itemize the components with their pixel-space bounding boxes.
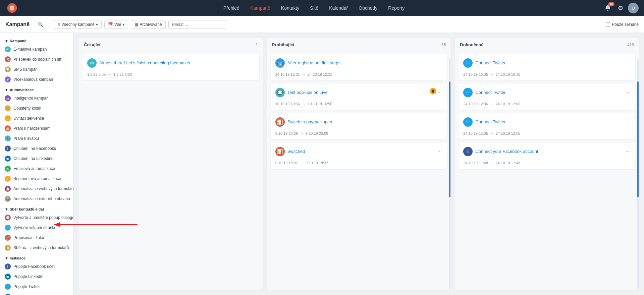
sidebar-item[interactable]: 🎉 Přání k svátku: [0, 133, 73, 143]
sidebar-item-icon: 👋: [5, 115, 11, 121]
sidebar-item[interactable]: 🤖 Inteligentní kampaň: [0, 93, 73, 103]
date-end: 24.10.19 16:35: [496, 72, 520, 76]
sidebar-item[interactable]: 🔗 Přepisování linků: [0, 233, 73, 243]
card-menu-button[interactable]: ···: [437, 119, 442, 125]
sidebar-item[interactable]: W Připojte Wordpress: [0, 292, 73, 295]
sidebar-item[interactable]: ⚡ Segmentová automatizace: [0, 174, 73, 184]
card-dates: 10.10.19 10:56 → 10.10.19 10:56: [275, 101, 443, 106]
sidebar-item[interactable]: 📋 Automatizace webových formulářů: [0, 184, 73, 194]
sidebar-item[interactable]: ⚡ Vícekanálová kampaň: [0, 74, 73, 84]
nav-kalendar[interactable]: Kalendář: [329, 5, 348, 11]
card-icon: 🐦: [463, 88, 473, 97]
sidebar-item[interactable]: ✉ E-mailová kampaň: [0, 44, 73, 54]
card-header: 🤖 After registration: first steps ···: [275, 58, 443, 68]
sidebar: ▼ Kampaně ✉ E-mailová kampaň 📢 Příspěvek…: [0, 33, 74, 295]
notification-badge: 10: [608, 2, 614, 6]
kanban-card[interactable]: 🐦 Connect Twitter ··· 24.10.19 12:05 → 2…: [459, 113, 635, 139]
sidebar-item[interactable]: in Připojte LinkedIn: [0, 272, 73, 282]
sidebar-item[interactable]: 💬 SMS kampaň: [0, 64, 73, 74]
card-icon: f: [463, 147, 473, 156]
card-menu-button[interactable]: ···: [437, 90, 442, 96]
col-count: 55: [441, 43, 446, 47]
sidebar-item[interactable]: in Chlubení na Linkedinu: [0, 154, 73, 164]
date-end: 1.3.22 0:00: [113, 72, 132, 76]
subheader: Kampaně 🔍 ≡ Všechny kampaně ▾ 📅 Vše ▾ ▦ …: [0, 16, 644, 33]
sidebar-item-icon: 💬: [5, 215, 11, 221]
sidebar-item-icon: 📋: [5, 186, 11, 192]
sidebar-item-icon: 🛒: [5, 105, 11, 111]
date-start: 9.10.19 18:37: [275, 161, 298, 165]
date-arrow-icon: →: [490, 72, 494, 76]
sidebar-item-label: Opuštěný košík: [13, 106, 41, 111]
kanban-card[interactable]: 🤖 After registration: first steps ··· 24…: [271, 54, 447, 80]
kanban-card[interactable]: ✉ Almost there! Let's finish connecting …: [83, 54, 259, 80]
sidebar-item-label: Vytvořte vstupní stránku: [13, 225, 56, 230]
nav-kontakty[interactable]: Kontakty: [281, 5, 299, 11]
kanban-col-header: Čekající 1: [79, 38, 263, 51]
failed-only-checkbox-label[interactable]: Pouze selhané: [606, 22, 639, 27]
logo[interactable]: [5, 1, 19, 15]
scrollbar-thumb: [449, 81, 450, 197]
sidebar-item-label: Připojte Twitter: [13, 284, 40, 289]
sidebar-item[interactable]: 🌐 Vytvořte vstupní stránku: [0, 223, 73, 233]
filter-vse[interactable]: 📅 Vše ▾: [104, 20, 128, 29]
page-title: Kampaně: [5, 21, 30, 27]
card-menu-button[interactable]: ···: [625, 149, 631, 155]
card-dates: 24.10.19 16:35 → 24.10.19 16:35: [463, 71, 631, 76]
sidebar-item[interactable]: 📦 Automatizace externího obsahu: [0, 194, 73, 204]
chevron-down-icon: ▾: [122, 22, 124, 27]
sidebar-item[interactable]: 🛒 Opuštěný košík: [0, 103, 73, 113]
filter-all-campaigns[interactable]: ≡ Všechny kampaně ▾: [54, 20, 102, 29]
card-menu-button[interactable]: ···: [437, 149, 442, 155]
arrow-icon: ▼: [5, 207, 8, 211]
nav-site[interactable]: Sítě: [310, 5, 318, 11]
archived-filter[interactable]: ▦ Archivované: [131, 20, 165, 29]
notifications-button[interactable]: 10: [602, 3, 613, 13]
date-start: 10.10.19 10:56: [275, 102, 300, 106]
card-menu-button[interactable]: ···: [249, 60, 254, 66]
sidebar-item-icon: in: [5, 274, 11, 280]
card-menu-button[interactable]: ···: [625, 119, 631, 125]
card-menu-button[interactable]: ···: [625, 90, 631, 96]
failed-only-checkbox[interactable]: [606, 22, 610, 26]
sidebar-section-instalace[interactable]: ▼ Instalace: [0, 253, 73, 261]
arrow-icon: ▼: [5, 88, 8, 92]
sidebar-item-label: Chlubení na Linkedinu: [13, 156, 53, 161]
kanban-card[interactable]: 📊 Switch to pay-per-open ··· 9.10.19 20:…: [271, 113, 447, 139]
nav-reporty[interactable]: Reporty: [388, 5, 405, 11]
card-menu-button[interactable]: ···: [625, 60, 631, 66]
sidebar-item[interactable]: f Chlubení na Facebooku: [0, 143, 73, 154]
sidebar-section-sběr-kontaktů-a-dat[interactable]: ▼ Sběr kontaktů a dat: [0, 204, 73, 213]
sidebar-item[interactable]: 🐦 Připojte Twitter: [0, 282, 73, 292]
sidebar-item[interactable]: 📢 Příspěvek do sociálních sítí: [0, 54, 73, 64]
search-icon[interactable]: 🔍: [38, 22, 43, 27]
sidebar-item[interactable]: 👋 Uvítací sekvence: [0, 113, 73, 123]
kanban-card[interactable]: 💬 Test pop-ups on Live ⏸ ··· 10.10.19 10…: [271, 84, 447, 110]
date-end: 24.10.19 11:48: [496, 161, 520, 165]
sidebar-item[interactable]: 💬 Vytvořte a umístěte popup dialogové ok…: [0, 213, 73, 223]
kanban-card[interactable]: 🐦 Connect Twitter ··· 24.10.19 12:06 → 2…: [459, 84, 635, 110]
sidebar-item-label: E-mailová kampaň: [13, 47, 47, 52]
sidebar-item-icon: 🤖: [5, 95, 11, 101]
kanban-card[interactable]: f Connect your Facebook account ··· 24.1…: [459, 143, 635, 169]
date-arrow-icon: →: [302, 72, 306, 76]
sidebar-section-kampaně[interactable]: ▼ Kampaně: [0, 36, 73, 44]
avatar[interactable]: U: [628, 3, 639, 13]
nav-obchody[interactable]: Obchody: [359, 5, 377, 11]
nav-prehled[interactable]: Přehled: [223, 5, 239, 11]
sidebar-item[interactable]: ✉ Emailová automatizace: [0, 164, 73, 174]
sidebar-item[interactable]: 📋 Sběr dat z webových formulářů: [0, 243, 73, 253]
card-menu-button[interactable]: ···: [437, 60, 442, 66]
date-arrow-icon: →: [300, 131, 304, 135]
nav-kampane[interactable]: Kampaně: [250, 5, 270, 11]
kanban-card[interactable]: 📊 Switched ··· 9.10.19 18:37 → 9.10.19 1…: [271, 143, 447, 169]
kanban-card[interactable]: 🐦 Connect Twitter ··· 24.10.19 16:35 → 2…: [459, 54, 635, 80]
date-arrow-icon: →: [300, 161, 304, 165]
search-input[interactable]: [168, 20, 226, 29]
scrollbar-track: [637, 58, 639, 290]
sidebar-item[interactable]: f Připojte Facebook účet: [0, 261, 73, 272]
sidebar-section-automatizace[interactable]: ▼ Automatizace: [0, 84, 73, 93]
settings-icon[interactable]: ⚙: [618, 4, 623, 12]
sidebar-item[interactable]: 🎂 Přání k narozeninám: [0, 123, 73, 133]
col-count: 1: [256, 43, 258, 47]
